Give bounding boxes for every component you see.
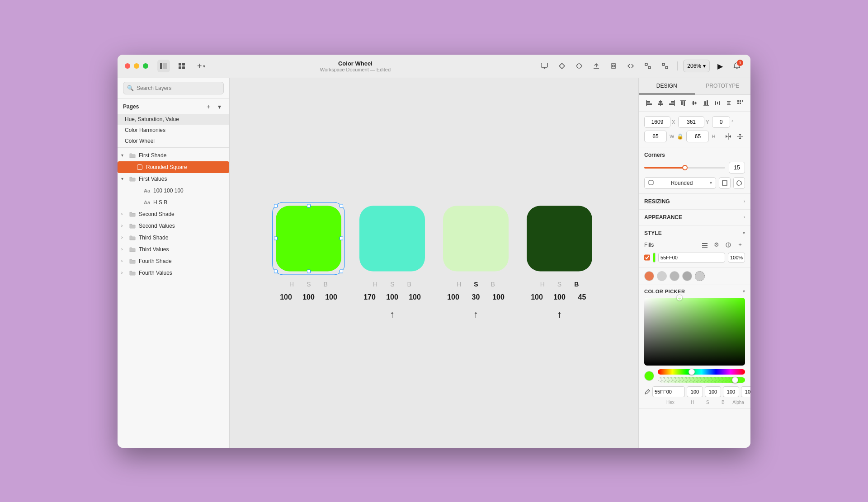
fill-opacity-input[interactable] — [728, 253, 745, 263]
hue-slider[interactable] — [658, 369, 745, 375]
layer-item-text-hsb[interactable]: Aa H S B — [118, 197, 229, 208]
distribute-h-button[interactable] — [712, 98, 722, 108]
embed-button[interactable] — [624, 59, 637, 73]
search-input[interactable] — [137, 85, 220, 91]
tab-prototype[interactable]: PROTOTYPE — [695, 78, 751, 94]
rounded-square-shape-3[interactable] — [443, 206, 509, 271]
fills-settings-button[interactable]: ⚙ — [712, 240, 722, 250]
handle-bl[interactable] — [274, 269, 278, 273]
corners-slider[interactable] — [644, 167, 725, 169]
add-page-button[interactable]: + — [204, 102, 213, 111]
shape-4-container[interactable] — [527, 206, 592, 271]
minimize-button[interactable] — [134, 63, 139, 69]
rotation-input[interactable] — [712, 116, 730, 128]
color-h-field[interactable] — [687, 386, 703, 397]
handle-tr[interactable] — [340, 204, 343, 207]
lock-proportions-icon[interactable]: 🔒 — [677, 133, 684, 140]
tab-design[interactable]: DESIGN — [639, 78, 695, 94]
align-top-button[interactable] — [679, 98, 688, 108]
alpha-slider-handle[interactable] — [732, 377, 738, 383]
handle-tl[interactable] — [274, 204, 278, 207]
layer-item-second-shade[interactable]: › Second Shade — [118, 208, 229, 220]
layer-item-fourth-values[interactable]: › Fourth Values — [118, 267, 229, 279]
x-input[interactable] — [644, 116, 670, 128]
layer-item-rounded-square[interactable]: Rounded Square — [118, 161, 229, 173]
color-swatch-gray1[interactable] — [657, 271, 667, 281]
frame-button[interactable] — [607, 59, 620, 73]
pages-chevron-button[interactable]: ▾ — [215, 102, 224, 111]
layer-item-third-values[interactable]: › Third Values — [118, 244, 229, 255]
corners-type-select[interactable]: Rounded ▾ — [644, 177, 716, 189]
rounded-square-shape-1[interactable] — [276, 206, 341, 271]
fills-add-button[interactable]: + — [735, 240, 745, 250]
upload-button[interactable] — [590, 59, 603, 73]
flip-h-button[interactable] — [723, 131, 733, 141]
component-button[interactable] — [555, 59, 569, 73]
color-hex-field[interactable] — [652, 386, 685, 397]
tidy-up-button[interactable] — [736, 98, 745, 108]
color-swatch-gray3[interactable] — [682, 271, 692, 281]
eyedropper-button[interactable] — [644, 386, 651, 397]
distribute-v-button[interactable] — [724, 98, 734, 108]
align-left-edges-button[interactable] — [644, 98, 654, 108]
notification-button[interactable]: 1 — [731, 60, 743, 72]
align-center-v-button[interactable] — [690, 98, 699, 108]
layer-item-first-values[interactable]: ▾ First Values — [118, 173, 229, 185]
corner-square-button[interactable] — [719, 177, 731, 189]
shape-2-container[interactable] — [359, 206, 425, 271]
fill-color-swatch[interactable] — [653, 253, 656, 263]
layer-item-text-100[interactable]: Aa 100 100 100 — [118, 185, 229, 197]
hue-slider-handle[interactable] — [689, 369, 695, 375]
align-right-edges-button[interactable] — [667, 98, 676, 108]
slider-thumb[interactable] — [682, 165, 688, 170]
page-item-wheel[interactable]: Color Wheel — [118, 136, 229, 146]
canvas[interactable]: H S B 100 100 100 H — [230, 78, 638, 448]
color-s-field[interactable] — [705, 386, 721, 397]
rounded-square-shape-2[interactable] — [359, 206, 425, 271]
preview-button[interactable] — [538, 59, 552, 73]
alpha-slider[interactable] — [658, 377, 745, 383]
gradient-cursor[interactable] — [677, 295, 682, 300]
transform-button[interactable] — [641, 59, 655, 73]
fill-hex-input[interactable] — [658, 253, 725, 263]
y-input[interactable] — [678, 116, 704, 128]
fill-checkbox[interactable] — [644, 254, 650, 261]
rounded-square-shape-4[interactable] — [527, 206, 592, 271]
page-item-harmonies[interactable]: Color Harmonies — [118, 125, 229, 136]
height-input[interactable] — [686, 131, 709, 142]
appearance-header[interactable]: APPEARANCE › — [639, 210, 750, 225]
shape-1-container[interactable] — [276, 206, 341, 271]
page-item-hsv[interactable]: Hue, Saturation, Value — [118, 114, 229, 125]
color-swatch-orange[interactable] — [644, 271, 654, 281]
fullscreen-button[interactable] — [143, 63, 148, 69]
handle-br[interactable] — [340, 269, 343, 273]
color-b-field[interactable] — [723, 386, 739, 397]
color-gradient-box[interactable] — [644, 298, 745, 366]
play-button[interactable]: ▶ — [713, 59, 727, 73]
zoom-control[interactable]: 206% ▾ — [683, 60, 710, 72]
distribute-button[interactable] — [572, 59, 586, 73]
handle-mb[interactable] — [307, 269, 311, 273]
layer-item-third-shade[interactable]: › Third Shade — [118, 232, 229, 244]
handle-ml[interactable] — [274, 237, 278, 240]
search-box[interactable]: 🔍 — [123, 82, 224, 94]
handle-mr[interactable] — [340, 237, 343, 240]
width-input[interactable] — [644, 131, 667, 142]
align-center-h-button[interactable] — [656, 98, 665, 108]
color-swatch-empty[interactable] — [695, 271, 705, 281]
export-button[interactable] — [658, 59, 672, 73]
shape-3-container[interactable] — [443, 206, 509, 271]
align-bottom-button[interactable] — [701, 98, 711, 108]
flip-v-button[interactable] — [735, 131, 745, 141]
panel-toggle-button[interactable] — [157, 60, 170, 72]
layer-item-fourth-shade[interactable]: › Fourth Shade — [118, 255, 229, 267]
resizing-header[interactable]: RESIZING › — [639, 194, 750, 209]
handle-mt[interactable] — [307, 204, 311, 207]
layer-item-first-shade[interactable]: ▾ First Shade — [118, 150, 229, 161]
corner-smooth-button[interactable] — [733, 177, 745, 189]
layer-item-second-values[interactable]: › Second Values — [118, 220, 229, 232]
color-swatch-gray2[interactable] — [670, 271, 679, 281]
close-button[interactable] — [125, 63, 130, 69]
fills-blend-button[interactable] — [723, 240, 733, 250]
fills-layers-button[interactable] — [700, 240, 710, 250]
